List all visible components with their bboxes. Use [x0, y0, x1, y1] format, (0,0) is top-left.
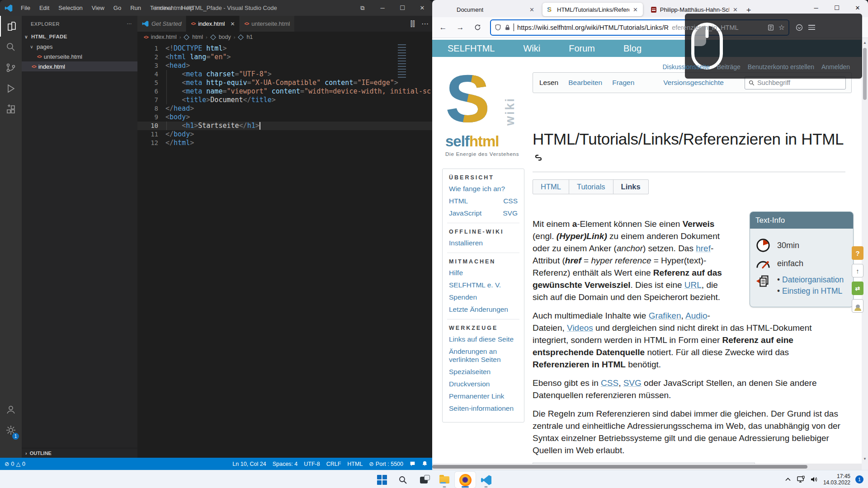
sidebar-link[interactable]: HTML: [449, 197, 468, 205]
nav-wiki[interactable]: Wiki: [523, 43, 540, 54]
tab-versionsgeschichte[interactable]: Versionsgeschichte: [663, 79, 724, 87]
close-tab-icon[interactable]: ✕: [230, 21, 235, 27]
sidebar-link[interactable]: JavaScript: [449, 209, 481, 217]
scrollbar-thumb[interactable]: [432, 465, 807, 469]
sidebar-link[interactable]: CSS: [503, 197, 518, 205]
layout-toggle-icon[interactable]: ⧉: [353, 0, 373, 16]
menu-view[interactable]: View: [88, 3, 108, 13]
account-icon[interactable]: [0, 399, 22, 420]
tree-root-folder[interactable]: ∨HTML_PFADE: [22, 32, 137, 42]
tab-document[interactable]: Document ✕: [435, 3, 539, 16]
nav-forum[interactable]: Forum: [569, 43, 595, 54]
tree-folder-pages[interactable]: ∨pages: [22, 42, 137, 52]
sidebar-link[interactable]: Wie fange ich an?: [449, 185, 518, 193]
live-server-port[interactable]: ⊘ Port : 5500: [369, 460, 403, 467]
extensions-icon[interactable]: [0, 99, 22, 120]
explorer-more-icon[interactable]: ⋯: [127, 21, 132, 27]
notification-badge[interactable]: 1: [855, 475, 863, 483]
sidebar-link[interactable]: Spezialseiten: [449, 368, 518, 376]
current-line[interactable]: 10 <h1>Startseite</h1>: [137, 122, 432, 130]
tree-file-index[interactable]: <>index.html: [22, 61, 137, 71]
clock[interactable]: 17:45 14.03.2022: [823, 473, 850, 486]
start-button[interactable]: [372, 472, 392, 488]
sidebar-link[interactable]: Druckversion: [449, 380, 518, 388]
run-debug-icon[interactable]: [0, 78, 22, 99]
editor-more-icon[interactable]: ⋯: [421, 19, 429, 28]
link-benutzerkonto[interactable]: Benutzerkonto erstellen: [748, 63, 814, 70]
tab-unterseite-html[interactable]: <> unterseite.html: [240, 16, 295, 32]
swap-arrows-icon[interactable]: ⇄: [852, 282, 863, 295]
scroll-up-arrow[interactable]: ▲: [862, 41, 868, 45]
menu-edit[interactable]: Edit: [36, 3, 53, 13]
sidebar-link[interactable]: Installieren: [449, 239, 518, 247]
minimap[interactable]: [398, 44, 406, 78]
maximize-button[interactable]: ☐: [826, 0, 847, 15]
scroll-top-icon[interactable]: ↑: [852, 264, 863, 277]
sidebar-link[interactable]: Seiten-informationen: [449, 404, 518, 413]
search-icon[interactable]: [0, 37, 22, 57]
close-tab-icon[interactable]: ✕: [529, 6, 534, 13]
settings-gear-icon[interactable]: 1: [0, 420, 22, 441]
minimize-button[interactable]: ─: [373, 0, 392, 16]
tab-selfhtml-active[interactable]: SS HTML/Tutorials/Links/Referenzi ✕: [542, 3, 643, 16]
url-text[interactable]: https://wiki.selfhtml.org/wiki/HTML/Tuto…: [517, 24, 669, 31]
feedback-icon[interactable]: [410, 461, 415, 467]
tab-bearbeiten[interactable]: Bearbeiten: [568, 79, 602, 87]
breadcrumb-item[interactable]: body: [219, 34, 231, 40]
outline-section[interactable]: ›OUTLINE: [22, 448, 137, 458]
link-beitraege[interactable]: Beiträge: [717, 63, 741, 70]
tab-fragen[interactable]: Fragen: [612, 79, 634, 87]
firefox-taskbar-icon[interactable]: [455, 472, 476, 488]
language-mode[interactable]: HTML: [347, 461, 363, 467]
back-icon[interactable]: ←: [436, 20, 450, 35]
sidebar-link[interactable]: Hilfe: [449, 269, 518, 277]
breadcrumb-item[interactable]: index.html: [151, 34, 177, 40]
menu-hamburger-icon[interactable]: [808, 25, 815, 30]
vscode-taskbar-icon[interactable]: [476, 472, 496, 488]
sidebar-link[interactable]: Letzte Änderungen: [449, 305, 518, 314]
nav-selfhtml[interactable]: SELFHTML: [448, 43, 495, 54]
tab-get-started[interactable]: Get Started: [137, 16, 186, 32]
minimize-button[interactable]: ─: [806, 0, 826, 15]
encoding[interactable]: UTF-8: [304, 461, 320, 467]
code-editor[interactable]: 1<!DOCTYPE html> 2<html lang="en"> 3<hea…: [137, 42, 432, 147]
bookmark-star-icon[interactable]: ☆: [778, 23, 785, 32]
volume-icon[interactable]: [810, 475, 818, 483]
page-scrollbar-horizontal[interactable]: [432, 464, 862, 470]
link-dateiorganisation[interactable]: Dateiorganisation: [782, 275, 844, 284]
sidebar-link[interactable]: Permanenter Link: [449, 392, 518, 400]
network-display-icon[interactable]: [797, 475, 805, 483]
indentation[interactable]: Spaces: 4: [273, 461, 298, 467]
account-shield-icon[interactable]: [796, 24, 803, 31]
breadcrumb-item[interactable]: html: [192, 34, 203, 40]
task-view-icon[interactable]: [413, 472, 434, 488]
question-icon[interactable]: ?: [852, 246, 863, 260]
close-tab-icon[interactable]: ✕: [733, 6, 738, 13]
cursor-position[interactable]: Ln 10, Col 24: [232, 461, 266, 467]
reader-mode-icon[interactable]: [768, 24, 774, 31]
file-explorer-icon[interactable]: [434, 472, 455, 488]
selfhtml-logo[interactable]: SS wiki selfhtml Die Energie des Versteh…: [445, 72, 527, 157]
close-tab-icon[interactable]: ✕: [633, 6, 638, 13]
menu-selection[interactable]: Selection: [55, 3, 86, 13]
notifications-bell-icon[interactable]: [422, 461, 428, 467]
source-control-icon[interactable]: [0, 57, 22, 78]
link-diskussionsseite[interactable]: Diskussionsseite: [662, 63, 709, 70]
sidebar-link[interactable]: Links auf diese Seite: [449, 335, 518, 343]
maximize-button[interactable]: ☐: [392, 0, 412, 16]
split-editor-icon[interactable]: ⫿⫿: [410, 20, 415, 28]
breadcrumb-item[interactable]: h1: [246, 34, 253, 40]
close-button[interactable]: ✕: [847, 0, 868, 15]
scrollbar-thumb[interactable]: [863, 48, 867, 100]
eol-sequence[interactable]: CRLF: [326, 461, 341, 467]
menu-run[interactable]: Run: [127, 3, 145, 13]
menu-go[interactable]: Go: [110, 3, 125, 13]
link-anmelden[interactable]: Anmelden: [821, 63, 850, 70]
taskbar-search-icon[interactable]: [392, 472, 413, 488]
tab-lesen[interactable]: Lesen: [539, 79, 558, 87]
permalink-chain-icon[interactable]: [533, 152, 544, 164]
forward-icon[interactable]: →: [453, 20, 467, 35]
crumb-html[interactable]: HTML: [533, 179, 569, 194]
scroll-down-arrow[interactable]: ▼: [862, 457, 868, 461]
search-input[interactable]: [757, 79, 842, 86]
